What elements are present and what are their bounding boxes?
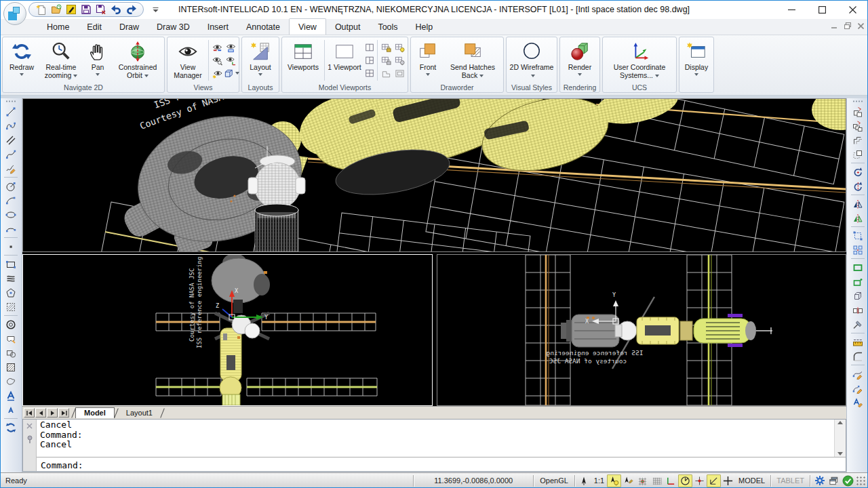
viewport-lock-icon[interactable]	[380, 41, 393, 54]
qat-customize-icon[interactable]	[151, 4, 160, 16]
esnap-icon[interactable]	[692, 474, 707, 487]
edit-polyline-icon[interactable]	[849, 367, 867, 381]
grid-icon[interactable]	[650, 474, 664, 487]
measure-icon[interactable]	[849, 335, 867, 349]
ok-check-icon[interactable]	[841, 474, 855, 487]
tab-draw[interactable]: Draw	[111, 18, 148, 35]
elliptical-arc-icon[interactable]	[2, 222, 20, 236]
view-boundary-icon[interactable]	[224, 41, 237, 54]
scroll-down-icon[interactable]	[837, 452, 843, 455]
2d-wireframe-button[interactable]: 2D Wireframe	[508, 38, 555, 83]
tab-output[interactable]: Output	[326, 18, 370, 35]
dropdown-arrow-icon[interactable]	[235, 72, 239, 75]
display-button[interactable]: Display	[681, 38, 712, 83]
move-icon[interactable]	[849, 147, 867, 161]
snap-icon[interactable]	[635, 474, 650, 487]
viewport-perspective[interactable]: ISS reference enginee Courtesy of NASA J	[22, 98, 846, 252]
region-icon[interactable]	[2, 374, 20, 388]
viewport-light-off-icon[interactable]	[393, 54, 406, 66]
last-sheet-icon[interactable]	[58, 408, 69, 418]
hatch-icon[interactable]	[2, 360, 20, 374]
next-sheet-icon[interactable]	[47, 408, 58, 418]
toolbar-grip[interactable]	[5, 100, 16, 102]
command-input[interactable]: Command:	[37, 458, 846, 471]
boundary-hatch-icon[interactable]	[2, 300, 20, 314]
etrack-icon[interactable]	[707, 474, 721, 487]
viewport-front[interactable]: X Y Z Courtesy of NASA JSC ISS reference…	[22, 254, 433, 406]
renderer-label[interactable]: OpenGL	[536, 476, 572, 485]
named-view-icon[interactable]	[211, 41, 224, 54]
tab-home[interactable]: Home	[38, 18, 78, 35]
undo-icon[interactable]	[110, 3, 122, 16]
mdi-restore-icon[interactable]	[844, 22, 851, 29]
rotate-icon[interactable]	[849, 165, 867, 179]
open-file-icon[interactable]	[50, 3, 62, 16]
freehand-sketch-icon[interactable]	[2, 161, 20, 176]
join-icon[interactable]	[849, 317, 867, 331]
minimize-icon[interactable]	[776, 0, 807, 19]
annotation-compass-icon[interactable]	[577, 474, 591, 487]
tab-tools[interactable]: Tools	[369, 18, 406, 35]
viewport-light-on-icon[interactable]	[393, 41, 406, 54]
stretch-icon[interactable]	[849, 274, 867, 289]
ellipse-icon[interactable]	[2, 207, 20, 222]
polar-icon[interactable]	[678, 474, 692, 487]
tab-insert[interactable]: Insert	[199, 18, 237, 35]
scale-icon[interactable]	[849, 228, 867, 243]
split-grid-icon[interactable]	[363, 67, 376, 79]
redo-icon[interactable]	[125, 3, 137, 16]
viewports-button[interactable]: Viewports	[283, 38, 323, 83]
windows-icon[interactable]	[827, 474, 841, 487]
view-zoom-icon[interactable]	[211, 54, 224, 66]
revision-cloud-icon[interactable]	[2, 331, 20, 346]
annotation-edit-icon[interactable]	[621, 474, 635, 487]
viewport-join-icon[interactable]	[380, 67, 393, 79]
tab-layout1[interactable]: Layout1	[118, 408, 161, 418]
ucs-button[interactable]: User Coordinate Systems...	[604, 38, 675, 83]
edit-spline-icon[interactable]	[849, 381, 867, 395]
spline-icon[interactable]	[2, 147, 20, 161]
layout-button[interactable]: Layout	[243, 38, 277, 83]
save-as-icon[interactable]	[95, 3, 107, 16]
pan-button[interactable]: Pan	[83, 38, 113, 83]
single-line-text-icon[interactable]	[2, 403, 20, 417]
mdi-close-icon[interactable]	[858, 22, 864, 29]
redraw-icon[interactable]	[2, 420, 20, 434]
scroll-up-icon[interactable]	[837, 421, 843, 424]
rectangle-icon[interactable]	[2, 257, 20, 271]
copy-multiple-icon[interactable]	[849, 119, 867, 133]
viewport-top-view[interactable]: Y X ISS reference engineering courtesy o…	[437, 254, 846, 406]
pin-icon[interactable]	[26, 435, 33, 444]
command-scrollbar[interactable]	[834, 420, 846, 457]
ortho-icon[interactable]	[664, 474, 678, 487]
box-3d-icon[interactable]	[849, 289, 867, 303]
fillet-icon[interactable]	[849, 349, 867, 363]
mdi-minimize-icon[interactable]	[831, 22, 837, 29]
text-icon[interactable]	[2, 388, 20, 403]
resize-grip[interactable]	[856, 475, 866, 486]
crosshair-icon[interactable]	[721, 474, 735, 487]
split-right-icon[interactable]	[363, 54, 376, 66]
front-button[interactable]: Front	[412, 38, 443, 83]
settings-gear-icon[interactable]	[812, 474, 827, 487]
offset-icon[interactable]	[849, 133, 867, 147]
annotation-scale-label[interactable]: 1:1	[591, 476, 607, 485]
shapes-icon[interactable]	[2, 346, 20, 360]
edit-text-icon[interactable]	[849, 395, 867, 409]
annotation-bulb-icon[interactable]	[607, 474, 621, 487]
polyline-icon[interactable]	[2, 119, 20, 133]
close-icon[interactable]	[837, 0, 868, 19]
maximize-icon[interactable]	[807, 0, 837, 19]
copy-icon[interactable]	[849, 104, 867, 119]
circle-icon[interactable]	[2, 179, 20, 193]
one-viewport-button[interactable]: 1 Viewport	[326, 38, 363, 83]
close-command-icon[interactable]	[26, 423, 33, 429]
model-space-toggle[interactable]: MODEL	[735, 476, 768, 485]
viewport-single-icon[interactable]	[393, 67, 406, 79]
tab-edit[interactable]: Edit	[78, 18, 111, 35]
realtime-zooming-button[interactable]: Real-time zooming	[39, 38, 83, 83]
line-icon[interactable]	[2, 104, 20, 119]
wipeout-icon[interactable]	[2, 271, 20, 285]
command-history[interactable]: Cancel Command: Cancel	[37, 420, 846, 458]
arc-icon[interactable]	[2, 193, 20, 207]
